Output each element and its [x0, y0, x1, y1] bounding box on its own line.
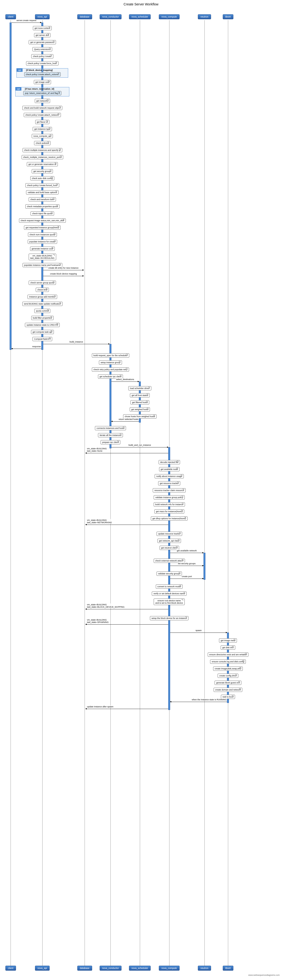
self-message: notify about instance usage — [155, 474, 184, 478]
lifeline-libvirt — [228, 20, 228, 970]
self-message: get requested instance group(hints) — [24, 226, 61, 230]
self-message: get filtered hosts — [130, 400, 149, 404]
message-label: spawn — [195, 629, 202, 632]
self-message: get flavor id — [35, 120, 50, 124]
opt-condition: [if block_device_mapping] — [26, 69, 53, 71]
self-message: get disk info — [221, 646, 235, 650]
self-message: get resource tracker — [158, 481, 180, 485]
self-message: check retry policy and populate retry — [92, 368, 129, 372]
self-message: verify or set default devices name — [152, 592, 187, 596]
self-message: ComputeTaskAPI — [32, 337, 52, 341]
self-message: check policy:'create:attach_network' — [24, 113, 61, 117]
message-label: build_instance — [69, 340, 84, 343]
message-label: build_and_run_instance — [128, 444, 152, 446]
self-message: get all host states — [130, 393, 150, 398]
self-message: decode injected file — [159, 460, 180, 464]
self-message: vm_state=BUILDINGtast_state=SCHEDULING — [29, 254, 56, 260]
self-message: get or generate password — [29, 40, 56, 45]
self-message: check multiple instances and specify ip — [22, 148, 62, 152]
participant-nova_api: nova_api — [35, 14, 50, 19]
message-arrow — [170, 566, 203, 566]
self-message: create config drive — [218, 674, 238, 678]
self-message: setup the block device for an instance — [150, 616, 189, 620]
self-message: check limit — [36, 288, 49, 292]
self-message: instance group add member — [27, 295, 57, 299]
message-label: get available network — [176, 549, 197, 552]
self-message: check policy:'create:force_host' — [26, 61, 59, 65]
self-message: check policy:'create:forced_host' — [26, 183, 59, 188]
self-message: get or generate reservation id — [27, 162, 58, 166]
footer-link: www.websequencediagrams.com — [248, 974, 280, 976]
self-message: connects instances and hosts — [95, 426, 126, 430]
self-message: build request_spec for the scheduler — [92, 353, 129, 358]
self-message: iterate all the instances — [98, 433, 123, 438]
message-label: create db entry for new instance — [48, 267, 79, 269]
self-message: ensure console.log and disk.config — [210, 660, 246, 664]
message-label: list security groups — [178, 562, 196, 565]
self-message: get weighed hosts — [130, 407, 150, 412]
self-message: prepare rpc client — [101, 440, 120, 444]
self-message: send BUIDING state update notification — [22, 302, 62, 306]
message-arrow — [111, 447, 168, 447]
message-label: return selected hosts — [118, 418, 139, 420]
self-message: generate libvirt guest xml — [215, 681, 241, 685]
message-label: response — [32, 345, 42, 348]
self-message: get nova context — [33, 26, 52, 30]
self-message: get image uuid — [34, 80, 51, 84]
message-label: select_destinations — [115, 378, 135, 380]
self-message: check policy:'create:attach_volume' — [24, 72, 61, 76]
self-message: get compute task api — [31, 330, 54, 334]
participant-libvirt: libvirt — [223, 14, 233, 19]
message-arrow — [170, 553, 203, 553]
participant-database: database — [77, 966, 92, 970]
self-message: get macs for instance(None) — [154, 509, 184, 514]
self-message: get instance type — [33, 127, 52, 131]
message-label: server.create request — [16, 19, 37, 22]
self-message: check policy:'create' — [31, 54, 53, 59]
message-label: vm_state=BUILDINGtast_state=NETWORKING — [87, 519, 112, 523]
self-message: create domain and network — [214, 688, 242, 692]
self-message: load scheduler driver — [128, 386, 151, 390]
self-message: populate instance for create — [28, 240, 57, 244]
self-message: check and build network request object — [22, 106, 62, 110]
self-message: check auto disk config — [30, 176, 54, 180]
self-message: check metadata properties quota — [26, 204, 59, 208]
message-arrow — [85, 624, 168, 625]
self-message: check server group quota — [29, 281, 56, 285]
message-label: when the instance state is RUNNING — [191, 698, 227, 701]
self-message: check policies — [34, 141, 51, 145]
participant-database: database — [77, 14, 92, 19]
message-label: vm_state=BUILDINGtast_state=None — [87, 447, 107, 452]
participant-nova_scheduler: nova_scheduler — [129, 966, 151, 970]
self-message: create image(disk,swap,eth) — [213, 667, 243, 671]
participant-neutron: neutron — [198, 14, 211, 19]
self-message: check num instances quota — [28, 232, 57, 237]
activation-nova_conductor — [109, 344, 111, 449]
participant-nova_api: nova_api — [35, 966, 50, 970]
message-label: vm_state=BUILDINGtast_state=SPAWNING — [87, 619, 109, 624]
participant-client: client — [5, 14, 16, 19]
message-label: update instance after spawn — [87, 705, 114, 708]
diagram-title: Create Server Workflow — [0, 0, 282, 8]
self-message: quota commit — [34, 309, 50, 313]
self-message: check request image status,min_ram,min_d… — [19, 218, 66, 223]
message-arrow — [43, 344, 109, 344]
self-message: nova_compute_api — [32, 134, 53, 138]
self-message: check inject file quota — [30, 212, 54, 216]
message-label: vm_state=BUILDINGtast_state=BLOCK_DEVICE… — [87, 603, 125, 608]
self-message: get image meta — [219, 638, 237, 643]
self-message: validate and build base options — [26, 190, 59, 194]
message-arrow — [11, 22, 42, 23]
participant-nova_conductor: nova_conductor — [99, 14, 122, 19]
participant-nova_scheduler: nova_scheduler — [129, 14, 151, 19]
participant-nova_compute: nova_compute — [159, 14, 179, 19]
self-message: validate instance group policy — [154, 495, 185, 500]
self-message: get security groups — [32, 169, 53, 173]
self-message: ensure root device nameand is set to fir… — [154, 598, 185, 605]
self-message: get server dict — [34, 33, 51, 37]
message-arrow — [85, 525, 168, 525]
activation-nova_compute — [168, 447, 170, 710]
self-message: get neutron client — [160, 546, 179, 550]
self-message: validate security groups — [157, 571, 182, 576]
self-message: get network_api class — [157, 539, 181, 543]
